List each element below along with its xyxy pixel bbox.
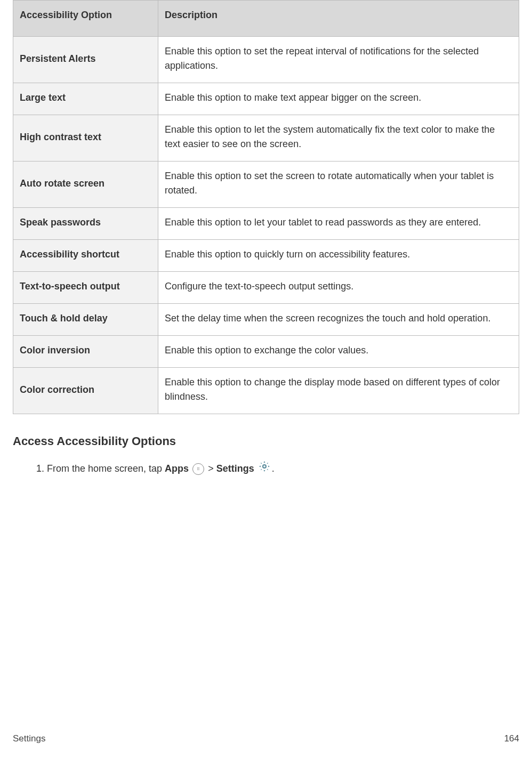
option-description: Enable this option to exchange the color…	[158, 336, 519, 368]
header-option: Accessibility Option	[13, 1, 158, 37]
section-heading: Access Accessibility Options	[13, 434, 519, 448]
step-list: From the home screen, tap Apps ⠿ > Setti…	[13, 460, 519, 478]
option-name: Persistent Alerts	[13, 37, 158, 83]
step-prefix: From the home screen, tap	[47, 463, 165, 474]
option-description: Enable this option to let your tablet to…	[158, 208, 519, 240]
settings-icon	[258, 460, 271, 478]
option-description: Enable this option to set the screen to …	[158, 162, 519, 208]
option-name: Auto rotate screen	[13, 162, 158, 208]
option-description: Configure the text-to-speech output sett…	[158, 272, 519, 304]
option-description: Enable this option to make text appear b…	[158, 83, 519, 115]
accessibility-options-table: Accessibility Option Description Persist…	[13, 0, 519, 414]
option-name: Speak passwords	[13, 208, 158, 240]
apps-icon: ⠿	[192, 463, 204, 475]
option-name: Touch & hold delay	[13, 304, 158, 336]
option-name: Color correction	[13, 368, 158, 414]
option-name: Text-to-speech output	[13, 272, 158, 304]
option-description: Enable this option to change the display…	[158, 368, 519, 414]
step-item: From the home screen, tap Apps ⠿ > Setti…	[47, 460, 519, 478]
table-row: Touch & hold delay Set the delay time wh…	[13, 304, 519, 336]
option-name: Color inversion	[13, 336, 158, 368]
option-description: Enable this option to set the repeat int…	[158, 37, 519, 83]
apps-label: Apps	[165, 463, 189, 474]
table-row: Text-to-speech output Configure the text…	[13, 272, 519, 304]
svg-point-1	[263, 465, 265, 467]
table-row: High contrast text Enable this option to…	[13, 115, 519, 162]
step-suffix: .	[272, 463, 275, 474]
footer-section: Settings	[13, 733, 45, 744]
option-description: Set the delay time when the screen recog…	[158, 304, 519, 336]
option-name: Large text	[13, 83, 158, 115]
settings-label: Settings	[216, 463, 254, 474]
table-row: Persistent Alerts Enable this option to …	[13, 37, 519, 83]
separator: >	[208, 463, 216, 474]
option-name: High contrast text	[13, 115, 158, 162]
option-description: Enable this option to let the system aut…	[158, 115, 519, 162]
header-description: Description	[158, 1, 519, 37]
footer-page-number: 164	[504, 733, 519, 744]
table-row: Auto rotate screen Enable this option to…	[13, 162, 519, 208]
table-row: Speak passwords Enable this option to le…	[13, 208, 519, 240]
page-footer: Settings 164	[13, 733, 519, 744]
table-row: Large text Enable this option to make te…	[13, 83, 519, 115]
option-name: Accessibility shortcut	[13, 240, 158, 272]
table-row: Accessibility shortcut Enable this optio…	[13, 240, 519, 272]
table-row: Color inversion Enable this option to ex…	[13, 336, 519, 368]
option-description: Enable this option to quickly turn on ac…	[158, 240, 519, 272]
table-row: Color correction Enable this option to c…	[13, 368, 519, 414]
